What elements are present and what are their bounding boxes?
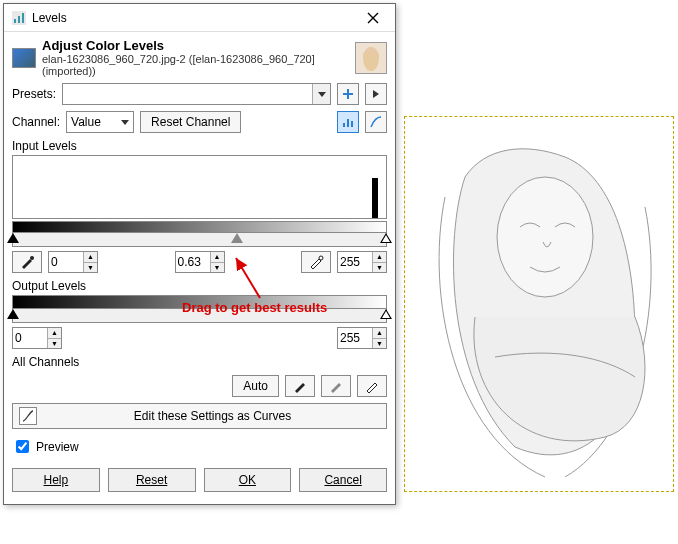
output-low-spin[interactable]: ▲▼ (12, 327, 62, 349)
curves-icon (19, 407, 37, 425)
window-title: Levels (32, 11, 67, 25)
svg-point-13 (319, 256, 323, 260)
channel-label: Channel: (12, 115, 60, 129)
annotation-text: Drag to get best results (182, 300, 327, 315)
input-slider[interactable] (12, 233, 387, 247)
preview-checkbox[interactable]: Preview (12, 437, 387, 456)
channel-select[interactable]: Value (66, 111, 134, 133)
input-gradient (12, 221, 387, 233)
svg-rect-11 (351, 121, 353, 127)
spin-up[interactable]: ▲ (84, 252, 97, 263)
pick-black-all-button[interactable] (285, 375, 315, 397)
linear-histogram-button[interactable] (337, 111, 359, 133)
preset-menu-button[interactable] (365, 83, 387, 105)
canvas-image (404, 116, 674, 492)
help-button[interactable]: Help (12, 468, 100, 492)
input-levels-label: Input Levels (12, 139, 387, 153)
spin-down[interactable]: ▼ (373, 339, 386, 349)
edit-as-curves-label: Edit these Settings as Curves (45, 409, 380, 423)
svg-rect-10 (347, 119, 349, 127)
auto-button[interactable]: Auto (232, 375, 279, 397)
output-high-value[interactable] (338, 328, 372, 348)
spin-up[interactable]: ▲ (373, 328, 386, 339)
image-thumbnail (355, 42, 387, 74)
pick-black-button[interactable] (12, 251, 42, 273)
output-high-spin[interactable]: ▲▼ (337, 327, 387, 349)
spin-up[interactable]: ▲ (373, 252, 386, 263)
output-levels-label: Output Levels (12, 279, 387, 293)
all-channels-label: All Channels (12, 355, 387, 369)
histogram (12, 155, 387, 219)
preview-check-input[interactable] (16, 440, 29, 453)
annotation-arrow (232, 252, 272, 302)
edit-as-curves-button[interactable]: Edit these Settings as Curves (12, 403, 387, 429)
titlebar[interactable]: Levels (4, 4, 395, 32)
channel-value: Value (71, 115, 101, 129)
log-histogram-button[interactable] (365, 111, 387, 133)
pick-gray-all-button[interactable] (321, 375, 351, 397)
input-low-spin[interactable]: ▲▼ (48, 251, 98, 273)
svg-point-12 (30, 256, 34, 260)
close-button[interactable] (359, 6, 387, 30)
svg-rect-3 (14, 19, 16, 23)
svg-rect-4 (18, 16, 20, 23)
output-low-value[interactable] (13, 328, 47, 348)
presets-combo[interactable] (62, 83, 331, 105)
input-high-value[interactable] (338, 252, 372, 272)
svg-rect-5 (22, 13, 24, 23)
spin-down[interactable]: ▼ (211, 263, 224, 273)
spin-up[interactable]: ▲ (211, 252, 224, 263)
preview-label: Preview (36, 440, 79, 454)
ok-button[interactable]: OK (204, 468, 292, 492)
add-preset-button[interactable] (337, 83, 359, 105)
input-high-handle[interactable] (380, 233, 392, 243)
spin-down[interactable]: ▼ (373, 263, 386, 273)
spin-down[interactable]: ▼ (48, 339, 61, 349)
spin-down[interactable]: ▼ (84, 263, 97, 273)
svg-point-1 (497, 177, 593, 297)
input-gamma-value[interactable] (176, 252, 210, 272)
pick-white-all-button[interactable] (357, 375, 387, 397)
dialog-title: Adjust Color Levels (42, 38, 349, 53)
output-high-handle[interactable] (380, 309, 392, 319)
presets-label: Presets: (12, 87, 56, 101)
reset-channel-button[interactable]: Reset Channel (140, 111, 241, 133)
chevron-down-icon (121, 120, 129, 125)
output-low-handle[interactable] (7, 309, 19, 319)
levels-icon (12, 48, 36, 68)
spin-up[interactable]: ▲ (48, 328, 61, 339)
input-gamma-handle[interactable] (231, 233, 243, 243)
input-low-handle[interactable] (7, 233, 19, 243)
levels-dialog: Levels Adjust Color Levels elan-1623086_… (3, 3, 396, 505)
reset-button[interactable]: Reset (108, 468, 196, 492)
svg-rect-9 (343, 123, 345, 127)
dialog-subtitle: elan-1623086_960_720.jpg-2 ([elan-162308… (42, 53, 349, 77)
chevron-down-icon[interactable] (312, 84, 330, 104)
input-low-value[interactable] (49, 252, 83, 272)
input-gamma-spin[interactable]: ▲▼ (175, 251, 225, 273)
cancel-button[interactable]: Cancel (299, 468, 387, 492)
input-high-spin[interactable]: ▲▼ (337, 251, 387, 273)
app-icon (12, 11, 26, 25)
pick-white-button[interactable] (301, 251, 331, 273)
